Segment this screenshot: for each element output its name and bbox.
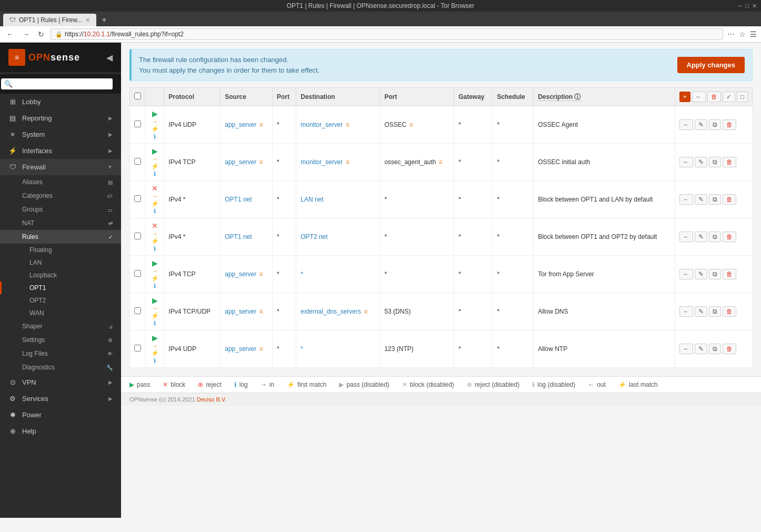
copy-btn[interactable]: ⧉ xyxy=(709,232,721,242)
close-btn[interactable]: ✕ xyxy=(752,3,757,9)
apply-changes-button[interactable]: Apply changes xyxy=(677,57,745,73)
dest-link[interactable]: external_dns_servers xyxy=(301,308,361,315)
dest-link[interactable]: monitor_server xyxy=(301,121,343,128)
sidebar-item-vpn[interactable]: ⊙ VPN ▶ xyxy=(0,374,121,390)
sidebar-item-reporting[interactable]: ▤ Reporting ▶ xyxy=(0,110,121,126)
row-checkbox[interactable] xyxy=(134,345,141,352)
sidebar-item-firewall[interactable]: 🛡 Firewall ▼ xyxy=(0,159,121,175)
copy-btn[interactable]: ⧉ xyxy=(709,119,721,130)
copy-btn[interactable]: ⧉ xyxy=(709,157,721,167)
row-checkbox-cell[interactable] xyxy=(130,181,146,218)
delete-btn[interactable]: 🗑 xyxy=(723,232,736,242)
copy-btn[interactable]: ⧉ xyxy=(709,269,721,279)
footer-link[interactable]: Deciso B.V. xyxy=(197,396,226,403)
back-btn[interactable]: ← xyxy=(4,29,16,39)
edit-btn[interactable]: ✎ xyxy=(695,306,707,317)
delete-btn[interactable]: 🗑 xyxy=(723,269,736,279)
forward-btn[interactable]: → xyxy=(20,29,32,39)
sidebar-item-help[interactable]: ⊕ Help xyxy=(0,423,121,439)
active-tab[interactable]: 🛡 OPT1 | Rules | Firew... ✕ xyxy=(3,14,96,26)
delete-btn[interactable]: 🗑 xyxy=(723,344,736,354)
maximize-btn[interactable]: □ xyxy=(745,3,749,9)
row-checkbox-cell[interactable] xyxy=(130,106,146,144)
source-link[interactable]: OPT1 net xyxy=(225,196,252,203)
source-link[interactable]: OPT1 net xyxy=(225,233,252,240)
search-input[interactable] xyxy=(15,81,109,88)
extensions-btn[interactable]: ⋯ xyxy=(727,30,735,38)
row-checkbox-cell[interactable] xyxy=(130,144,146,181)
sidebar-item-aliases[interactable]: Aliases ▤ xyxy=(0,175,121,189)
source-link[interactable]: app_server xyxy=(225,158,256,166)
delete-btn[interactable]: 🗑 xyxy=(723,157,736,167)
row-checkbox[interactable] xyxy=(134,121,141,127)
edit-btn[interactable]: ✎ xyxy=(695,344,707,354)
edit-btn[interactable]: ✎ xyxy=(695,119,707,130)
delete-rules-btn[interactable]: 🗑 xyxy=(707,92,721,102)
edit-btn[interactable]: ✎ xyxy=(695,269,707,279)
sidebar-item-logfiles[interactable]: Log Files 👁 xyxy=(0,347,121,360)
move-to-btn[interactable]: ← xyxy=(679,269,693,279)
check-rules-btn[interactable]: ✓ xyxy=(723,92,735,102)
sidebar-item-settings[interactable]: Settings ⚙ xyxy=(0,333,121,347)
row-checkbox[interactable] xyxy=(134,195,141,202)
move-to-btn[interactable]: ← xyxy=(679,306,693,317)
delete-btn[interactable]: 🗑 xyxy=(723,306,736,317)
edit-btn[interactable]: ✎ xyxy=(695,232,707,242)
sidebar-item-rules[interactable]: Rules ✓ xyxy=(0,230,121,244)
window-controls[interactable]: ─ □ ✕ xyxy=(738,3,757,9)
select-all-checkbox[interactable] xyxy=(134,93,141,99)
sidebar-toggle-btn[interactable]: ◀ xyxy=(106,53,113,63)
sidebar-item-nat[interactable]: NAT ⇄ xyxy=(0,216,121,230)
sidebar-item-lobby[interactable]: ⊞ Lobby xyxy=(0,94,121,110)
search-container[interactable]: 🔍 xyxy=(1,78,113,89)
move-rule-btn[interactable]: ← xyxy=(692,92,706,102)
row-checkbox-cell[interactable] xyxy=(130,330,146,368)
move-to-btn[interactable]: ← xyxy=(679,119,693,130)
source-link[interactable]: app_server xyxy=(225,121,256,128)
dest-link[interactable]: * xyxy=(301,270,303,278)
edit-btn[interactable]: ✎ xyxy=(695,157,707,167)
uncheck-rules-btn[interactable]: □ xyxy=(737,92,748,102)
sidebar-item-wan[interactable]: WAN xyxy=(0,307,121,319)
source-link[interactable]: app_server xyxy=(225,308,256,315)
delete-btn[interactable]: 🗑 xyxy=(723,194,736,205)
dest-link[interactable]: OPT2 net xyxy=(301,233,327,240)
new-tab-btn[interactable]: + xyxy=(98,14,109,26)
address-bar[interactable]: 🔒 https://10.20.1.1/firewall_rules.php?i… xyxy=(51,28,723,40)
source-link[interactable]: app_server xyxy=(225,270,256,278)
sidebar-item-floating[interactable]: Floating xyxy=(0,244,121,256)
move-to-btn[interactable]: ← xyxy=(679,232,693,242)
sidebar-item-shaper[interactable]: Shaper ⊿ xyxy=(0,319,121,333)
add-rule-btn[interactable]: + xyxy=(679,92,690,102)
sidebar-item-groups[interactable]: Groups ⚏ xyxy=(0,203,121,216)
copy-btn[interactable]: ⧉ xyxy=(709,306,721,317)
sidebar-item-system[interactable]: ≡ System ▶ xyxy=(0,126,121,143)
dest-link[interactable]: monitor_server xyxy=(301,158,343,166)
sidebar-item-opt2[interactable]: OPT2 xyxy=(0,294,121,307)
reload-btn[interactable]: ↻ xyxy=(36,29,46,39)
sidebar-item-lan[interactable]: LAN xyxy=(0,256,121,269)
bookmark-btn[interactable]: ☆ xyxy=(739,30,746,38)
move-to-btn[interactable]: ← xyxy=(679,194,693,205)
menu-btn[interactable]: ☰ xyxy=(750,30,757,38)
sidebar-item-power[interactable]: ✱ Power xyxy=(0,407,121,423)
row-checkbox-cell[interactable] xyxy=(130,256,146,293)
row-checkbox[interactable] xyxy=(134,158,141,165)
dest-link[interactable]: LAN net xyxy=(301,196,323,203)
move-to-btn[interactable]: ← xyxy=(679,157,693,167)
minimize-btn[interactable]: ─ xyxy=(738,3,743,9)
copy-btn[interactable]: ⧉ xyxy=(709,194,721,205)
sidebar-item-categories[interactable]: Categories 🏷 xyxy=(0,189,121,203)
sidebar-item-opt1[interactable]: OPT1 xyxy=(0,282,121,294)
row-checkbox[interactable] xyxy=(134,233,141,239)
row-checkbox[interactable] xyxy=(134,307,141,314)
sidebar-item-loopback[interactable]: Loopback xyxy=(0,269,121,282)
row-checkbox-cell[interactable] xyxy=(130,218,146,256)
row-checkbox[interactable] xyxy=(134,270,141,277)
row-checkbox-cell[interactable] xyxy=(130,293,146,330)
sidebar-item-services[interactable]: ⚙ Services ▶ xyxy=(0,390,121,407)
tab-close-btn[interactable]: ✕ xyxy=(85,17,90,24)
edit-btn[interactable]: ✎ xyxy=(695,194,707,205)
copy-btn[interactable]: ⧉ xyxy=(709,344,721,354)
sidebar-item-diagnostics[interactable]: Diagnostics 🔧 xyxy=(0,360,121,374)
